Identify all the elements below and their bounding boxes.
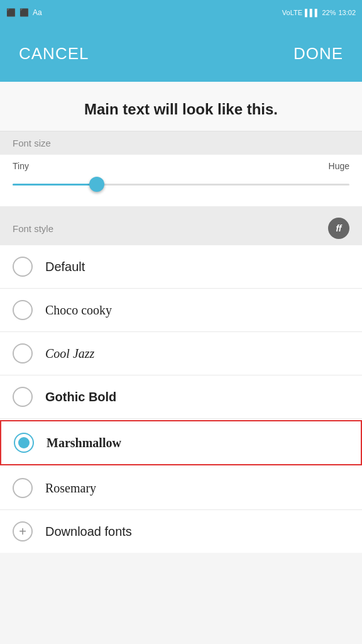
font-style-section-header: Font style ff [0, 211, 362, 245]
font-name-choco-cooky: Choco cooky [45, 303, 112, 318]
font-item-gothic-bold[interactable]: Gothic Bold [0, 375, 362, 419]
accessibility-icon: ⬛ [19, 8, 29, 17]
font-size-label: Font size [13, 138, 51, 148]
status-bar-right: VoLTE ▌▌▌ 22% 13:02 [282, 9, 356, 16]
screenshot-icon: ⬛ [6, 8, 16, 17]
status-bar-left: ⬛ ⬛ Aa [6, 8, 42, 17]
download-fonts-item[interactable]: + Download fonts [0, 510, 362, 553]
signal-bars: ▌▌▌ [305, 9, 319, 16]
font-item-marshmallow[interactable]: Marshmallow [0, 420, 362, 465]
plus-icon: + [13, 521, 33, 541]
font-item-cool-jazz[interactable]: Cool Jazz [0, 332, 362, 375]
font-list: Default Choco cooky Cool Jazz Gothic Bol… [0, 245, 362, 553]
time-display: 13:02 [338, 9, 356, 16]
font-name-cool-jazz: Cool Jazz [45, 347, 94, 361]
slider-max-label: Huge [329, 161, 349, 171]
slider-thumb[interactable] [89, 177, 104, 192]
slider-min-label: Tiny [13, 161, 29, 171]
slider-labels: Tiny Huge [13, 161, 349, 171]
font-style-label: Font style [13, 223, 53, 234]
font-item-rosemary[interactable]: Rosemary [0, 467, 362, 510]
font-item-choco-cooky[interactable]: Choco cooky [0, 289, 362, 332]
font-item-default[interactable]: Default [0, 245, 362, 289]
download-fonts-label: Download fonts [45, 525, 132, 539]
battery-level: 22% [322, 9, 336, 16]
cancel-button[interactable]: CANCEL [19, 44, 89, 64]
status-bar: ⬛ ⬛ Aa VoLTE ▌▌▌ 22% 13:02 [0, 0, 362, 25]
radio-marshmallow[interactable] [14, 433, 34, 453]
radio-inner-marshmallow [18, 437, 30, 448]
radio-rosemary[interactable] [13, 478, 33, 498]
action-bar: CANCEL DONE [0, 25, 362, 82]
preview-text: Main text will look like this. [13, 101, 349, 118]
font-name-marshmallow: Marshmallow [47, 436, 121, 450]
done-button[interactable]: DONE [293, 44, 343, 64]
font-name-gothic-bold: Gothic Bold [45, 390, 116, 404]
font-size-section: Tiny Huge [0, 155, 362, 211]
volte-indicator: VoLTE [282, 9, 302, 16]
font-icon: Aa [33, 8, 42, 17]
font-size-slider[interactable] [13, 175, 349, 194]
slider-fill [13, 184, 97, 186]
preview-area: Main text will look like this. [0, 82, 362, 131]
radio-choco-cooky[interactable] [13, 300, 33, 320]
radio-cool-jazz[interactable] [13, 343, 33, 364]
ff-badge[interactable]: ff [328, 218, 349, 239]
slider-track [13, 184, 349, 186]
radio-default[interactable] [13, 257, 33, 277]
font-size-section-header: Font size [0, 131, 362, 155]
radio-gothic-bold[interactable] [13, 387, 33, 407]
font-name-rosemary: Rosemary [45, 481, 96, 496]
font-name-default: Default [45, 260, 85, 274]
